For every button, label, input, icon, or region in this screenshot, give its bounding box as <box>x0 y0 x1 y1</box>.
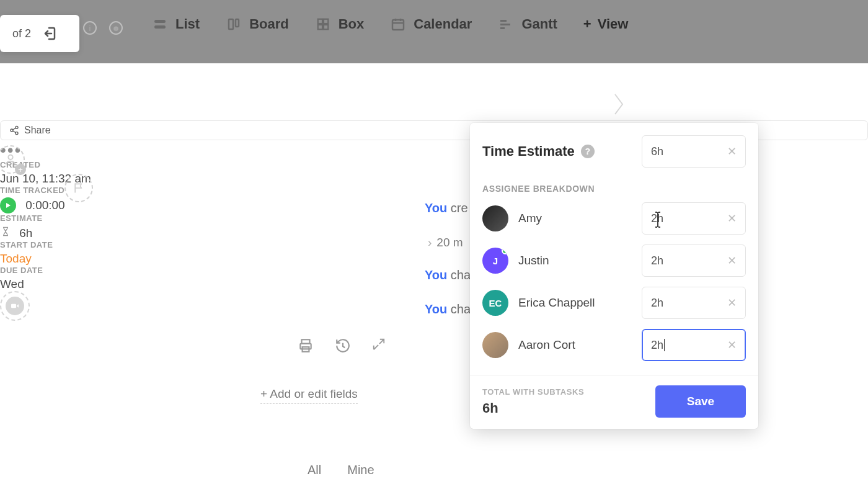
assignee-row-0: Amy 2h ✕ <box>470 197 758 240</box>
assignee-name: Amy <box>518 212 542 225</box>
subtask-total-label: TOTAL WITH SUBTASKS <box>482 387 584 397</box>
clear-icon[interactable]: ✕ <box>727 296 737 310</box>
popover-title: Time Estimate ? <box>482 143 595 159</box>
view-gantt-label: Gantt <box>521 16 557 32</box>
chevron-right-icon: › <box>428 236 432 249</box>
clear-icon[interactable]: ✕ <box>727 254 737 267</box>
avatar <box>482 205 508 231</box>
svg-rect-7 <box>324 25 328 29</box>
assignee-row-1: J Justin 2h ✕ <box>470 240 758 282</box>
assignee-name: Erica Chappell <box>518 296 595 310</box>
svg-point-13 <box>16 126 18 128</box>
activity-line-1: You cre <box>425 201 468 215</box>
add-custom-fields-button[interactable]: + Add or edit fields <box>260 387 358 404</box>
view-box-label: Box <box>339 16 365 32</box>
view-list[interactable]: List <box>152 16 200 32</box>
assignee-estimate-input[interactable]: 2h ✕ <box>642 244 746 277</box>
svg-rect-1 <box>154 25 166 29</box>
avatar <box>482 332 508 358</box>
assignee-estimate-input[interactable]: 2h ✕ <box>642 287 746 319</box>
top-bar: of 2 i ☻ List Board <box>0 0 868 63</box>
box-icon <box>315 16 331 32</box>
add-view-label: View <box>598 16 629 32</box>
svg-rect-6 <box>317 25 322 29</box>
svg-rect-9 <box>500 20 507 22</box>
assignee-breakdown-label: ASSIGNEE BREAKDOWN <box>470 173 758 197</box>
clear-icon[interactable]: ✕ <box>727 338 737 352</box>
activity-line-2: You cha <box>425 268 471 282</box>
gantt-icon <box>498 16 514 32</box>
assignee-estimate-value: 2h​ <box>651 339 665 352</box>
total-estimate-value: 6h <box>651 145 663 158</box>
text-cursor-icon <box>651 211 665 231</box>
view-board-label: Board <box>249 16 289 32</box>
avatar: EC <box>482 290 508 316</box>
help-icon[interactable]: ? <box>581 145 595 158</box>
view-board[interactable]: Board <box>226 16 289 32</box>
svg-rect-0 <box>154 20 166 23</box>
page-indicator-text: of 2 <box>12 27 31 40</box>
exit-icon[interactable] <box>42 25 60 42</box>
assignee-estimate-value: 2h <box>651 297 663 310</box>
svg-rect-4 <box>317 19 322 24</box>
assignee-row-2: EC Erica Chappell 2h ✕ <box>470 282 758 324</box>
face-icon[interactable]: ☻ <box>109 21 123 35</box>
subtask-total-value: 6h <box>482 400 584 416</box>
info-icon[interactable]: i <box>83 21 97 35</box>
clear-icon[interactable]: ✕ <box>727 212 737 225</box>
view-list-label: List <box>175 16 200 32</box>
board-icon <box>226 16 242 32</box>
clear-total-icon[interactable]: ✕ <box>727 145 737 158</box>
svg-rect-2 <box>229 19 233 29</box>
svg-rect-5 <box>324 19 328 24</box>
total-estimate-input[interactable]: 6h ✕ <box>642 135 746 168</box>
svg-rect-3 <box>236 19 239 27</box>
assignee-name: Justin <box>518 254 549 267</box>
tab-all[interactable]: All <box>308 463 321 477</box>
activity-more-toggle[interactable]: ›20 m <box>428 236 463 249</box>
print-icon[interactable] <box>298 338 314 356</box>
svg-rect-8 <box>392 20 404 30</box>
svg-rect-11 <box>500 27 505 29</box>
date-range-arrow-icon <box>614 93 625 118</box>
activity-line-3: You cha <box>425 302 471 316</box>
list-icon <box>152 16 168 32</box>
view-calendar-label: Calendar <box>414 16 472 32</box>
online-indicator <box>502 248 508 254</box>
save-button[interactable]: Save <box>655 385 746 418</box>
assignee-estimate-input[interactable]: 2h​ ✕ <box>642 329 746 361</box>
assignee-row-3: Aaron Cort 2h​ ✕ <box>470 324 758 366</box>
activity-filter-tabs: All Mine <box>308 463 374 477</box>
expand-icon[interactable] <box>372 338 386 356</box>
task-tool-icons <box>298 338 386 356</box>
assignee-estimate-value: 2h <box>651 254 663 267</box>
view-gantt[interactable]: Gantt <box>498 16 557 32</box>
view-calendar[interactable]: Calendar <box>390 16 472 32</box>
avatar: J <box>482 248 508 274</box>
view-tabs: List Board Box Calendar <box>152 16 628 32</box>
svg-rect-10 <box>500 24 510 25</box>
view-box[interactable]: Box <box>315 16 365 32</box>
plus-icon: + <box>583 16 591 32</box>
page-indicator[interactable]: of 2 <box>0 15 79 52</box>
header-mini-icons: i ☻ <box>83 21 123 35</box>
time-estimate-popover: Time Estimate ? 6h ✕ ASSIGNEE BREAKDOWN … <box>470 123 758 429</box>
history-icon[interactable] <box>335 338 351 356</box>
add-view-button[interactable]: + View <box>583 16 629 32</box>
calendar-icon <box>390 16 406 32</box>
assignee-name: Aaron Cort <box>518 338 575 352</box>
tab-mine[interactable]: Mine <box>347 463 374 477</box>
